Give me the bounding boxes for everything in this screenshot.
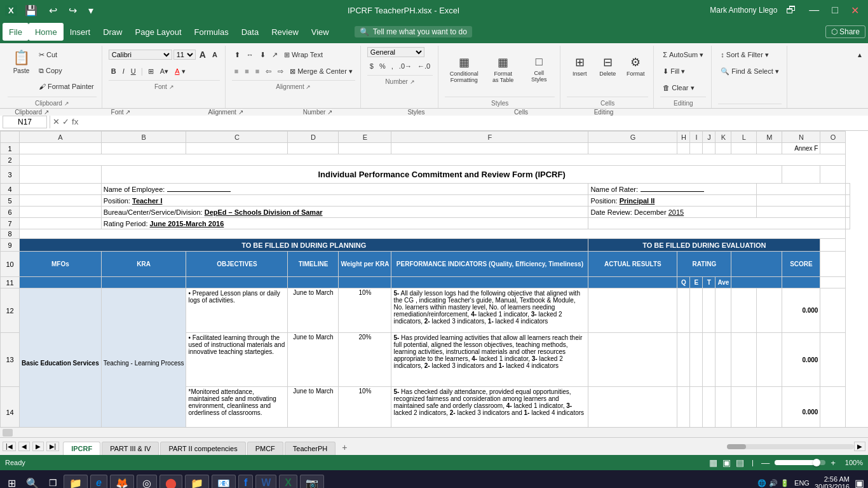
align-bottom-button[interactable]: ⬇ [257,47,268,62]
menu-insert[interactable]: Insert [64,23,97,41]
cell-O7[interactable] [846,218,850,229]
taskbar-battery-icon[interactable]: 🔋 [780,479,789,487]
menu-data[interactable]: Data [235,23,265,41]
menu-view[interactable]: View [305,23,336,41]
sheet-scroll-track[interactable] [727,444,854,449]
cell-B4[interactable]: Name of Employee: [101,184,588,195]
cell-B12[interactable]: Teaching - Learning Process [101,288,186,428]
increase-decimal-button[interactable]: .0→ [397,58,414,74]
cell-E10[interactable]: Weight per KRA [339,252,391,277]
cell-K1[interactable] [715,143,731,154]
restore-window-button[interactable]: 🗗 [782,3,800,17]
col-header-G[interactable]: G [588,132,677,143]
cell-L1[interactable] [731,143,757,154]
cell-F12[interactable]: 5- All daily lesson logs had the followi… [391,288,588,333]
cell-B10[interactable]: KRA [101,252,186,277]
delete-cells-button[interactable]: ⊟ Delete [595,53,620,90]
cell-O1[interactable] [820,143,846,154]
horizontal-scrollbar[interactable] [0,427,868,437]
row-header-14[interactable]: 14 [1,387,20,428]
cell-M6[interactable] [757,207,846,218]
paste-button[interactable]: 📋 Paste [8,47,35,84]
bold-button[interactable]: B [109,64,119,79]
cell-L12[interactable] [731,288,757,333]
taskbar-volume-icon[interactable]: 🔊 [769,479,778,487]
cell-F11[interactable] [391,277,588,288]
cell-C3[interactable]: Individual Performance Commitment and Re… [101,166,782,184]
cell-M12[interactable] [757,288,782,333]
cell-K12[interactable] [715,288,731,333]
cell-J12[interactable] [703,288,715,333]
cell-K11[interactable]: Ave [715,277,731,288]
page-layout-view-button[interactable]: ▣ [722,458,731,468]
cell-M5[interactable] [757,195,846,207]
cell-D1[interactable] [288,143,339,154]
normal-view-button[interactable]: ▦ [709,458,717,468]
increase-font-size-button[interactable]: A [197,47,208,62]
col-header-I[interactable]: I [690,132,703,143]
taskbar-facebook[interactable]: f [238,475,253,488]
merge-center-button[interactable]: ⊠ Merge & Center ▾ [287,64,355,79]
share-button[interactable]: ⬡ Share [825,25,865,38]
cell-F1[interactable] [391,143,588,154]
col-header-C[interactable]: C [186,132,288,143]
zoom-out-button[interactable]: — [761,458,770,468]
format-cells-button[interactable]: ⚙ Format [623,53,648,90]
cell-B7[interactable]: Rating Period: June 2015-March 2016 [101,218,588,229]
cell-E11[interactable] [339,277,391,288]
cell-I12[interactable] [690,288,703,333]
cell-A2[interactable] [20,154,846,166]
comma-style-button[interactable]: , [389,58,396,74]
sheet-tab-part3[interactable]: PART III & IV [102,442,159,455]
cell-L10[interactable] [731,252,782,277]
col-header-O[interactable]: O [820,132,846,143]
cell-M4[interactable] [757,184,846,195]
col-header-H[interactable]: H [677,132,690,143]
taskbar-app2[interactable]: 📁 [185,475,209,489]
fill-button[interactable]: ⬇ Fill ▾ [660,64,688,79]
col-header-N[interactable]: N [782,132,820,143]
cell-B1[interactable] [101,143,186,154]
save-button[interactable]: 💾 [21,3,41,18]
col-header-J[interactable]: J [703,132,715,143]
row-header-4[interactable]: 4 [1,184,20,195]
wrap-text-button[interactable]: ⊞ Wrap Text [281,47,325,62]
cell-C10[interactable]: OBJECTIVES [186,252,288,277]
cell-J1[interactable] [703,143,715,154]
row-header-6[interactable]: 6 [1,207,20,218]
menu-page-layout[interactable]: Page Layout [129,23,188,41]
sheet-scroll-prev-button[interactable]: ◀ [18,442,30,451]
cell-F14[interactable]: 5- Has checked daily attendance, provide… [391,387,588,428]
taskbar-media[interactable]: 📷 [300,475,324,489]
cell-O11[interactable] [820,277,846,288]
cell-B11[interactable] [101,277,186,288]
cell-K14[interactable] [715,387,731,428]
taskbar-word[interactable]: W [255,475,276,488]
cell-N10[interactable]: SCORE [782,252,820,277]
cell-A3[interactable] [20,166,102,184]
cell-O12[interactable] [820,288,846,333]
copy-button[interactable]: ⧉ Copy [36,63,97,78]
taskbar-search-button[interactable]: 🔍 [22,475,43,489]
cell-O10[interactable] [820,252,846,277]
cell-styles-button[interactable]: □ Cell Styles [523,53,555,90]
zoom-in-button[interactable]: + [831,458,836,468]
cell-A7[interactable] [20,218,102,229]
taskbar-clock[interactable]: 2:56 AM 30/03/2016 [815,475,850,488]
scroll-right-button[interactable]: ▶ [854,442,865,451]
cell-C11[interactable] [186,277,288,288]
zoom-slider[interactable] [775,460,825,465]
cell-E1[interactable] [339,143,391,154]
formula-input[interactable] [81,116,865,128]
cell-E13[interactable]: 20% [339,333,391,387]
customize-qat-button[interactable]: ▾ [85,3,97,18]
cell-G14[interactable] [588,387,677,428]
cell-M14[interactable] [757,387,782,428]
cell-N1[interactable]: Annex F [782,143,820,154]
cell-L13[interactable] [731,333,757,387]
row-header-12[interactable]: 12 [1,288,20,333]
cell-H14[interactable] [677,387,690,428]
cell-M13[interactable] [757,333,782,387]
cell-D13[interactable]: June to March [288,333,339,387]
cell-H13[interactable] [677,333,690,387]
